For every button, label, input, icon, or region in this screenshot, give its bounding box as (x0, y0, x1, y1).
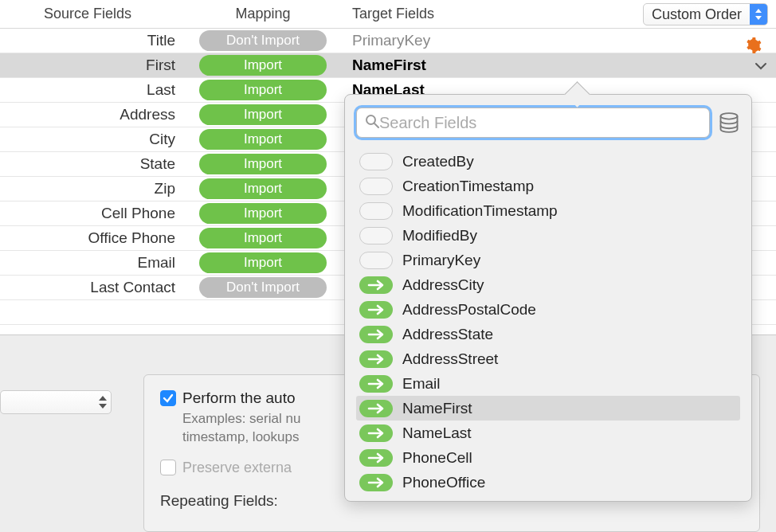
field-list-item[interactable]: CreatedBy (356, 149, 740, 174)
field-item-label: CreationTimestamp (402, 178, 534, 195)
header-mapping: Mapping (183, 6, 343, 22)
auto-enter-checkbox[interactable] (160, 390, 176, 406)
dont-import-pill[interactable]: Don't Import (199, 30, 327, 51)
mapped-arrow-icon (359, 449, 393, 467)
target-field-popover: CreatedByCreationTimestampModificationTi… (344, 94, 752, 502)
field-item-label: AddressState (402, 326, 493, 343)
search-icon (365, 114, 379, 132)
mapped-arrow-icon (359, 424, 393, 442)
stepper-arrows-icon (98, 395, 108, 409)
source-field-label: Email (0, 254, 183, 272)
order-select-label: Custom Order (644, 5, 750, 25)
auto-enter-label: Perform the auto (182, 389, 296, 407)
field-item-label: Email (402, 375, 441, 393)
field-item-label: ModificationTimestamp (402, 202, 558, 220)
field-list-item[interactable]: PrimaryKey (356, 248, 740, 272)
unmapped-pill-icon (359, 153, 393, 170)
target-field-label: PrimaryKey (352, 32, 430, 49)
dont-import-pill[interactable]: Don't Import (199, 277, 327, 298)
field-list-item[interactable]: AddressState (356, 322, 740, 346)
combobox-arrows-icon (750, 4, 767, 25)
import-pill[interactable]: Import (199, 203, 327, 224)
import-pill[interactable]: Import (199, 80, 327, 100)
field-list-item[interactable]: Email (356, 371, 740, 396)
field-list-item[interactable]: ModificationTimestamp (356, 198, 740, 223)
mapped-arrow-icon (359, 276, 393, 294)
import-pill[interactable]: Import (199, 154, 327, 174)
order-select[interactable]: Custom Order (643, 3, 768, 25)
field-list-item[interactable]: PhoneCell (356, 445, 740, 470)
field-list-item[interactable]: AddressCity (356, 272, 740, 297)
field-list-item[interactable]: CreationTimestamp (356, 174, 740, 198)
unmapped-pill-icon (359, 227, 393, 244)
field-item-label: PhoneOffice (402, 474, 485, 491)
mapped-arrow-icon (359, 375, 393, 393)
svg-line-1 (374, 123, 378, 127)
unmapped-pill-icon (359, 202, 393, 220)
field-list-item[interactable]: ModifiedBy (356, 223, 740, 248)
mapping-row[interactable]: FirstImportNameFirst (0, 53, 776, 78)
search-fields-box[interactable] (356, 108, 710, 138)
import-pill[interactable]: Import (199, 104, 327, 125)
mapped-arrow-icon (359, 474, 393, 491)
source-field-label: Address (0, 106, 183, 123)
left-dropdown[interactable] (0, 390, 112, 414)
field-list-item[interactable]: NameLast (356, 421, 740, 445)
target-field-label: NameFirst (352, 57, 426, 74)
preserve-external-label: Preserve externa (182, 460, 292, 476)
import-pill[interactable]: Import (199, 252, 327, 273)
source-field-label: Last Contact (0, 279, 183, 296)
field-item-label: CreatedBy (402, 153, 474, 170)
field-item-label: ModifiedBy (402, 227, 477, 244)
unmapped-pill-icon (359, 178, 393, 195)
preserve-external-checkbox (160, 460, 176, 475)
field-item-label: PrimaryKey (402, 252, 480, 269)
mapped-arrow-icon (359, 326, 393, 343)
field-list-item[interactable]: AddressStreet (356, 346, 740, 371)
source-field-label: City (0, 131, 183, 148)
field-list-item[interactable]: PhoneOffice (356, 470, 740, 495)
chevron-down-icon (755, 57, 766, 74)
field-list-item[interactable]: AddressPostalCode (356, 297, 740, 322)
search-input[interactable] (379, 114, 701, 132)
field-item-label: PhoneCell (402, 449, 472, 467)
field-item-label: AddressPostalCode (402, 301, 536, 319)
mapping-row[interactable]: TitleDon't ImportPrimaryKey (0, 29, 776, 53)
source-field-label: First (0, 57, 183, 74)
import-pill[interactable]: Import (199, 129, 327, 150)
mapped-arrow-icon (359, 400, 393, 417)
import-pill[interactable]: Import (199, 228, 327, 248)
header-source-fields: Source Fields (0, 6, 183, 22)
gear-icon[interactable] (744, 37, 762, 54)
field-list-item[interactable]: NameFirst (356, 396, 740, 421)
source-field-label: Last (0, 81, 183, 99)
mapped-arrow-icon (359, 350, 393, 368)
source-field-label: Zip (0, 180, 183, 198)
mapped-arrow-icon (359, 301, 393, 319)
source-field-label: State (0, 155, 183, 173)
source-field-label: Office Phone (0, 229, 183, 247)
field-item-label: AddressStreet (402, 350, 498, 368)
svg-point-2 (721, 113, 738, 119)
database-icon[interactable] (718, 111, 740, 134)
target-field-cell[interactable]: NameFirst (343, 57, 776, 74)
field-item-label: AddressCity (402, 276, 484, 294)
repeating-fields-label: Repeating Fields: (160, 492, 278, 510)
source-field-label: Title (0, 32, 183, 49)
unmapped-pill-icon (359, 252, 393, 269)
target-field-cell[interactable]: PrimaryKey (343, 32, 776, 49)
import-pill[interactable]: Import (199, 55, 327, 76)
import-pill[interactable]: Import (199, 178, 327, 199)
field-list: CreatedByCreationTimestampModificationTi… (356, 149, 740, 495)
field-item-label: NameFirst (402, 400, 472, 417)
field-item-label: NameLast (402, 424, 472, 442)
source-field-label: Cell Phone (0, 205, 183, 222)
